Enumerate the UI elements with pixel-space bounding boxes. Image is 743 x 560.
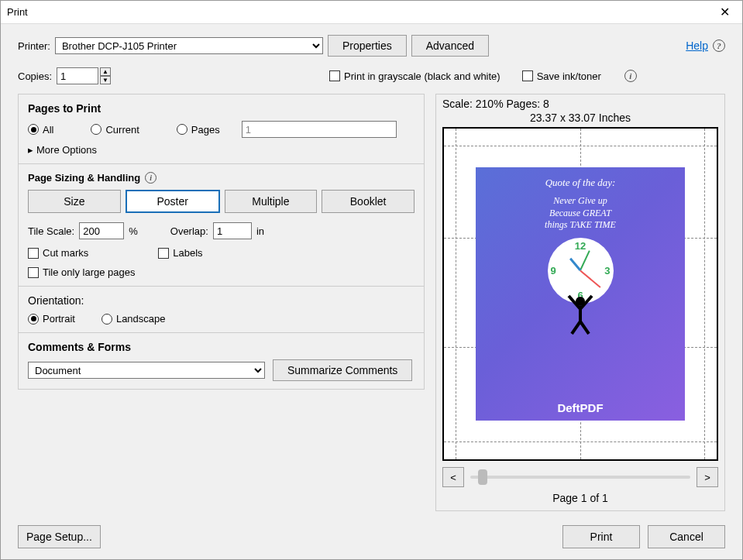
- tab-poster[interactable]: Poster: [126, 190, 220, 213]
- info-icon[interactable]: i: [624, 70, 637, 82]
- copies-up-icon[interactable]: ▲: [100, 67, 111, 76]
- sizing-group: Page Sizing & Handling i Size Poster Mul…: [18, 164, 425, 287]
- preview-prev-button[interactable]: <: [442, 467, 464, 487]
- overlap-input[interactable]: [213, 222, 252, 239]
- pages-to-print-title: Pages to Print: [28, 102, 414, 115]
- tab-multiple[interactable]: Multiple: [225, 190, 318, 213]
- copies-label: Copies:: [18, 70, 52, 82]
- preview-dimensions: 23.37 x 33.07 Inches: [442, 112, 718, 124]
- print-button[interactable]: Print: [562, 525, 640, 548]
- comments-title: Comments & Forms: [28, 341, 414, 353]
- page-setup-button[interactable]: Page Setup...: [18, 525, 101, 548]
- landscape-radio[interactable]: Landscape: [101, 313, 166, 325]
- preview-slider[interactable]: [470, 476, 690, 479]
- help-link[interactable]: Help: [686, 40, 708, 52]
- grayscale-label: Print in grayscale (black and white): [344, 70, 500, 82]
- preview-next-button[interactable]: >: [697, 467, 718, 487]
- tile-scale-unit: %: [129, 225, 138, 237]
- overlap-unit: in: [256, 225, 264, 237]
- tab-size[interactable]: Size: [28, 190, 121, 213]
- cancel-button[interactable]: Cancel: [648, 525, 725, 548]
- poster-quote-title: Quote of the day:: [545, 177, 616, 189]
- preview-document: Quote of the day: Never Give up Because …: [476, 167, 685, 421]
- stick-figure-icon: [561, 292, 600, 335]
- preview-page-info: Page 1 of 1: [442, 492, 718, 504]
- more-options-toggle[interactable]: ▸ More Options: [28, 144, 414, 156]
- poster-quote-body: Never Give up Because GREAT things TAKE …: [545, 195, 616, 232]
- save-ink-label: Save ink/toner: [537, 70, 601, 82]
- triangle-right-icon: ▸: [28, 144, 33, 156]
- overlap-label: Overlap:: [170, 225, 208, 237]
- preview-panel: Scale: 210% Pages: 8 23.37 x 33.07 Inche…: [435, 94, 725, 511]
- grayscale-checkbox[interactable]: Print in grayscale (black and white): [329, 70, 500, 82]
- pages-to-print-group: Pages to Print All Current Pages: [18, 94, 425, 164]
- help-icon[interactable]: ?: [713, 40, 725, 52]
- window-title: Print: [7, 6, 28, 18]
- svg-line-5: [580, 321, 589, 334]
- orientation-group: Orientation: Portrait Landscape: [18, 287, 425, 333]
- poster-brand: DeftPDF: [557, 401, 603, 414]
- tile-scale-label: Tile Scale:: [28, 225, 74, 237]
- copies-down-icon[interactable]: ▼: [100, 76, 111, 84]
- save-ink-checkbox[interactable]: Save ink/toner: [522, 70, 601, 82]
- labels-checkbox[interactable]: Labels: [158, 247, 202, 259]
- tile-large-checkbox[interactable]: Tile only large pages: [28, 266, 414, 278]
- copies-spinner[interactable]: ▲ ▼: [57, 67, 111, 84]
- pages-range-input[interactable]: [242, 121, 397, 138]
- svg-line-4: [572, 321, 580, 334]
- clock-illustration: 12 3 6 9: [548, 238, 614, 304]
- info-icon[interactable]: i: [145, 172, 157, 184]
- pages-all-radio[interactable]: All: [28, 124, 53, 136]
- portrait-radio[interactable]: Portrait: [28, 313, 75, 325]
- copies-input[interactable]: [57, 67, 98, 84]
- orientation-title: Orientation:: [28, 294, 414, 307]
- printer-select[interactable]: Brother DCP-J105 Printer: [55, 37, 323, 54]
- comments-select[interactable]: Document: [28, 362, 265, 379]
- printer-label: Printer:: [18, 40, 50, 52]
- preview-canvas: Quote of the day: Never Give up Because …: [442, 127, 718, 461]
- slider-thumb[interactable]: [478, 469, 487, 485]
- properties-button[interactable]: Properties: [328, 35, 407, 57]
- advanced-button[interactable]: Advanced: [411, 35, 489, 57]
- tab-booklet[interactable]: Booklet: [322, 190, 414, 213]
- cut-marks-checkbox[interactable]: Cut marks: [28, 247, 88, 259]
- pages-range-radio[interactable]: Pages: [177, 124, 220, 136]
- summarize-comments-button[interactable]: Summarize Comments: [273, 359, 412, 381]
- title-bar: Print ✕: [1, 1, 742, 24]
- pages-current-radio[interactable]: Current: [91, 124, 139, 136]
- close-icon[interactable]: ✕: [714, 2, 736, 22]
- tile-scale-input[interactable]: [79, 222, 124, 239]
- preview-scale-pages: Scale: 210% Pages: 8: [442, 98, 718, 110]
- sizing-title: Page Sizing & Handling: [28, 172, 140, 184]
- comments-group: Comments & Forms Document Summarize Comm…: [18, 333, 425, 390]
